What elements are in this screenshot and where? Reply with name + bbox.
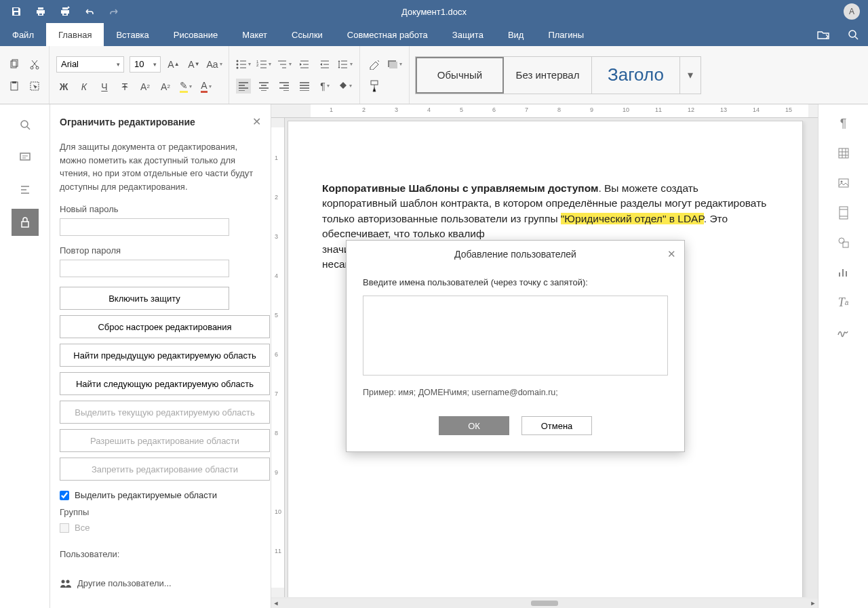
group-all-item: Все — [60, 523, 261, 533]
style-heading[interactable]: Заголо — [592, 57, 680, 94]
dialog-close-icon[interactable]: ✕ — [667, 248, 676, 260]
copy-icon[interactable] — [7, 57, 22, 72]
align-justify-icon[interactable] — [297, 79, 312, 94]
svg-point-20 — [66, 580, 70, 583]
dialog-ok-button[interactable]: ОК — [439, 416, 509, 435]
menu-home[interactable]: Главная — [46, 23, 104, 46]
right-rail: ¶ Ta — [818, 104, 868, 608]
shading-icon[interactable] — [338, 79, 353, 94]
svg-point-23 — [840, 181, 842, 183]
change-case-icon[interactable]: Aa — [207, 57, 222, 72]
format-painter-icon[interactable] — [367, 79, 382, 94]
menu-references[interactable]: Ссылки — [279, 23, 335, 46]
subscript-icon[interactable]: A2 — [158, 79, 173, 94]
restrict-editing-panel: Ограничить редактирование ✕ Для защиты д… — [50, 104, 271, 608]
groups-label: Группы — [60, 507, 261, 517]
print-icon[interactable] — [30, 1, 52, 22]
shape-settings-icon[interactable] — [834, 233, 853, 252]
users-label: Пользователи: — [60, 549, 261, 559]
new-password-label: Новый пароль — [60, 204, 261, 214]
menu-plugins[interactable]: Плагины — [536, 23, 596, 46]
undo-icon[interactable] — [79, 1, 100, 22]
align-left-icon[interactable] — [236, 79, 251, 94]
users-textarea[interactable] — [363, 296, 668, 376]
header-footer-icon[interactable] — [834, 203, 853, 222]
increase-font-icon[interactable]: A▲ — [166, 57, 181, 72]
svg-rect-26 — [843, 242, 848, 247]
decrease-indent-icon[interactable] — [297, 57, 312, 72]
style-normal[interactable]: Обычный — [416, 57, 504, 94]
multilevel-icon[interactable] — [277, 57, 292, 72]
align-right-icon[interactable] — [277, 79, 292, 94]
reset-settings-button[interactable]: Сброс настроек редактирования — [60, 315, 270, 338]
decrease-font-icon[interactable]: A▼ — [186, 57, 201, 72]
quick-print-icon[interactable] — [54, 1, 76, 22]
image-settings-icon[interactable] — [834, 174, 853, 192]
panel-close-icon[interactable]: ✕ — [252, 115, 261, 128]
svg-point-25 — [839, 238, 844, 243]
search-icon[interactable] — [844, 24, 863, 45]
signature-settings-icon[interactable] — [834, 323, 853, 342]
new-password-input[interactable] — [60, 218, 229, 236]
group-all-checkbox — [60, 523, 69, 533]
styles-dropdown-icon[interactable]: ▾ — [680, 57, 701, 94]
superscript-icon[interactable]: A2 — [138, 79, 153, 94]
textart-settings-icon[interactable]: Ta — [834, 293, 853, 312]
underline-icon[interactable]: Ч — [97, 79, 112, 94]
repeat-password-label: Повтор пароля — [60, 245, 261, 256]
horizontal-ruler[interactable]: 123456789101112131415 — [271, 104, 818, 118]
align-center-icon[interactable] — [256, 79, 271, 94]
other-users-button[interactable]: Другие пользователи... — [60, 578, 261, 588]
menu-layout[interactable]: Макет — [230, 23, 279, 46]
select-all-icon[interactable] — [27, 79, 42, 94]
font-size-select[interactable]: 10 — [130, 56, 161, 73]
menu-file[interactable]: Файл — [0, 23, 46, 46]
user-avatar[interactable]: A — [844, 3, 860, 20]
leftrail-headings-icon[interactable] — [12, 176, 39, 203]
dialog-title: Добавление пользователей — [454, 249, 576, 260]
clear-formatting-icon[interactable] — [367, 57, 382, 72]
find-prev-region-button[interactable]: Найти предыдущую редактируемую область — [60, 344, 270, 367]
vertical-ruler[interactable]: 1234567891011 — [271, 118, 285, 597]
leftrail-lock-icon[interactable] — [12, 209, 39, 236]
redo-icon[interactable] — [103, 1, 125, 22]
menu-insert[interactable]: Вставка — [104, 23, 161, 46]
numbering-icon[interactable]: 12 — [256, 57, 271, 72]
bold-icon[interactable]: Ж — [56, 79, 71, 94]
dialog-cancel-button[interactable]: Отмена — [521, 416, 592, 435]
increase-indent-icon[interactable] — [317, 57, 332, 72]
paste-icon[interactable] — [7, 79, 22, 94]
highlight-regions-checkbox[interactable] — [60, 491, 69, 500]
leftrail-comments-icon[interactable] — [12, 144, 39, 171]
open-location-icon[interactable] — [814, 24, 833, 45]
repeat-password-input[interactable] — [60, 260, 229, 277]
table-settings-icon[interactable] — [834, 144, 853, 163]
highlight-icon[interactable]: ✎ — [178, 79, 193, 94]
strike-icon[interactable]: Ŧ — [117, 79, 132, 94]
style-nospacing[interactable]: Без интервал — [504, 57, 592, 94]
menu-collaboration[interactable]: Совместная работа — [335, 23, 440, 46]
enable-protection-button[interactable]: Включить защиту — [60, 287, 229, 310]
bullets-icon[interactable] — [236, 57, 251, 72]
paragraph-settings-icon[interactable]: ¶ — [834, 114, 853, 133]
nonprinting-icon[interactable]: ¶ — [317, 79, 332, 94]
select-current-region-button: Выделить текущую редактируемую область — [60, 401, 270, 424]
chart-settings-icon[interactable] — [834, 263, 853, 282]
fill-color-icon[interactable] — [387, 57, 402, 72]
horizontal-scrollbar[interactable]: ◄ ► — [271, 599, 818, 608]
menu-protection[interactable]: Защита — [440, 23, 496, 46]
menu-draw[interactable]: Рисование — [161, 23, 230, 46]
svg-point-19 — [62, 580, 65, 583]
leftrail-search-icon[interactable] — [12, 111, 39, 138]
find-next-region-button[interactable]: Найти следующую редактируемую область — [60, 372, 270, 395]
italic-icon[interactable]: К — [77, 79, 92, 94]
font-color-icon[interactable]: A — [199, 79, 214, 94]
dialog-hint: Пример: имя; ДОМЕН\имя; username@domain.… — [363, 388, 668, 397]
font-name-select[interactable]: Arial — [56, 56, 124, 73]
save-icon[interactable] — [5, 1, 27, 22]
menu-view[interactable]: Вид — [496, 23, 536, 46]
left-rail — [0, 104, 50, 608]
cut-icon[interactable] — [27, 57, 42, 72]
line-spacing-icon[interactable] — [338, 57, 353, 72]
menubar: Файл Главная Вставка Рисование Макет Ссы… — [0, 23, 868, 46]
